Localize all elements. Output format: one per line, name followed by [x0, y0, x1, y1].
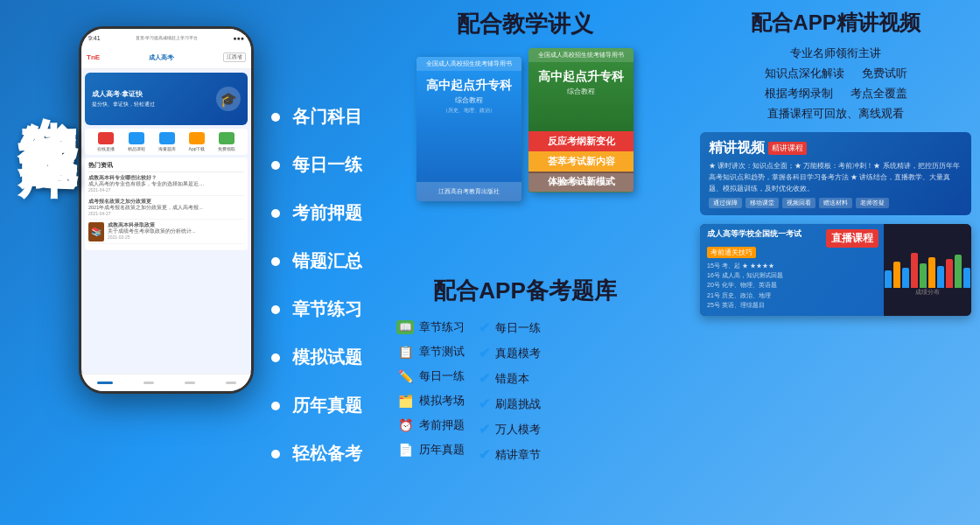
live-stat-4: 21号 历史、政治、地理: [707, 290, 877, 300]
live-card-subtitle: 考前通关技巧: [707, 247, 756, 258]
phone-news-book-icon: 📚: [88, 222, 104, 242]
right-feature-3b: 考点全覆盖: [850, 86, 907, 102]
phone-icons-row: 在线直播 精品课程 海量题库 App下载 免费领取: [85, 129, 248, 155]
app-library-section: 配合APP备考题库 📖 章节练习 📋 章节测试 ✏️ 每日一练: [389, 276, 661, 467]
app-item-3: ✏️ 每日一练: [389, 364, 472, 388]
book-left-header: 全国成人高校招生统考辅导用书: [416, 57, 522, 71]
phone-banner-sub: 提分快、拿证快，轻松通过: [92, 101, 155, 108]
live-stat-3: 20号 化学、物理、英语题: [707, 280, 877, 290]
phone-news-title: 热门资讯: [88, 161, 244, 172]
phone-icon-live: 在线直播: [97, 132, 115, 151]
phone-news-section: 热门资讯 成教高本科专业哪些比较好？ 成人高考的专业也有很多，专业的选择如果是近…: [85, 158, 248, 250]
phone-news-title-2: 成考报名政策之加分政策更: [88, 199, 244, 205]
app-label-2: 章节测试: [419, 344, 465, 360]
video-card-header: 精讲视频 精讲课程: [709, 139, 962, 158]
right-section: 配合APP精讲视频 专业名师领衔主讲 知识点深化解读 免费试听 根据考纲录制 考…: [700, 9, 971, 316]
live-stat-5: 25号 英语、理综题目: [707, 300, 877, 310]
phone-banner-title: 成人高考·拿证快: [92, 89, 155, 99]
video-card: 精讲视频 精讲课程 ★ 课时讲次：知识点全面；★ 万能模板：考前冲刺！★ 系统精…: [700, 132, 971, 215]
book-right-subtitle: 综合教程: [528, 87, 634, 96]
app-icon-6: 📄: [396, 443, 414, 457]
right-feature-row-1: 专业名师领衔主讲: [700, 46, 971, 61]
right-feature-2b: 免费试听: [862, 66, 907, 81]
right-feature-row-4: 直播课程可回放、离线观看: [700, 106, 971, 122]
phone-news-date-3: 2021-02-25: [108, 234, 196, 241]
check-mark-5: ✔: [479, 421, 490, 438]
check-item-1: ✔ 每日一练: [472, 315, 548, 340]
chart-bar-10: [963, 268, 970, 288]
feature-item-2: 每日一练: [271, 153, 362, 177]
app-icon-3: ✏️: [396, 369, 414, 383]
video-tag-1: 通过保障: [709, 198, 742, 208]
phone-mockup: 9:41 首页-学习提高成绩赶上学习平台 ●●● TnE 成人高考· 江西省 成…: [70, 26, 262, 499]
app-left-col: 📖 章节练习 📋 章节测试 ✏️ 每日一练 🗂️ 模拟考场: [389, 315, 472, 467]
feature-label-6: 模拟试题: [292, 346, 362, 369]
book-left-title: 高中起点升专科: [416, 71, 522, 95]
right-feature-4: 直播课程可回放、离线观看: [767, 106, 904, 122]
feature-dot-1: [271, 113, 280, 122]
chart-bar-3: [902, 268, 909, 288]
feature-label-5: 章节练习: [292, 298, 362, 321]
teaching-section: 配合教学讲义 全国成人高校招生统考辅导用书 高中起点升专科 综合教程 （历史、地…: [389, 9, 661, 206]
book-label-yellow: 荟萃考试新内容: [528, 151, 634, 172]
app-item-2: 📋 章节测试: [389, 340, 472, 364]
phone-nav-profile: [226, 382, 236, 384]
check-item-4: ✔ 刷题挑战: [472, 391, 548, 416]
phone-nav-title: 首页-学习提高成绩赶上学习平台: [101, 35, 234, 40]
book-right-title: 高中起点升专科: [528, 62, 634, 87]
chart-bar-2: [893, 262, 900, 288]
app-item-5: ⏰ 考前押题: [389, 413, 472, 438]
phone-banner-image: 🎓: [216, 87, 241, 111]
features-list: 各门科目 每日一练 考前押题 错题汇总 章节练习 模拟试题 历年真题 轻松备考: [271, 105, 362, 490]
feature-label-1: 各门科目: [292, 105, 362, 129]
phone-logo: TnE: [87, 53, 100, 61]
live-label: 直播课程: [826, 229, 878, 248]
video-tag-3: 视频回看: [782, 198, 816, 208]
live-stat-2: 16号 成人高，知识测试回题: [707, 270, 877, 280]
chart-bar-7: [937, 266, 944, 288]
phone-news-content-1: 成人高考的专业也有很多，专业的选择如果是近....: [88, 181, 244, 187]
book-right-header: 全国成人高校招生统考辅导用书: [528, 48, 634, 62]
phone-location: 江西省: [223, 52, 246, 62]
check-item-3: ✔ 错题本: [472, 366, 548, 391]
book-right-bottom: 江西成教材考试出版社: [528, 173, 634, 192]
phone-nav-study: [144, 382, 154, 384]
app-library-content: 📖 章节练习 📋 章节测试 ✏️ 每日一练 🗂️ 模拟考场: [389, 315, 661, 467]
check-label-4: 刷题挑战: [495, 396, 541, 412]
feature-label-2: 每日一练: [292, 153, 362, 177]
video-tag-4: 赠送材料: [819, 198, 852, 208]
phone-nav-bar: TnE 成人高考· 江西省: [81, 46, 251, 69]
feature-dot-8: [271, 450, 280, 458]
phone-news-content-3: 关于成绩考生考录取政策的分析统计...: [108, 228, 196, 234]
book-left-subtitle: 综合教程: [416, 95, 522, 105]
book-label-red: 反应考纲新变化: [528, 131, 634, 151]
app-library-title: 配合APP备考题库: [389, 276, 661, 306]
live-card-right: 成绩分布: [884, 224, 971, 316]
left-main-title: 在线智能题库: [16, 70, 81, 91]
live-chart-label: 成绩分布: [915, 288, 940, 297]
check-label-1: 每日一练: [495, 320, 541, 336]
check-label-5: 万人模考: [495, 422, 541, 438]
right-feature-row-3: 根据考纲录制 考点全覆盖: [700, 86, 971, 102]
phone-status-bar: 9:41 首页-学习提高成绩赶上学习平台 ●●●: [81, 29, 251, 46]
check-mark-2: ✔: [479, 345, 490, 361]
phone-icon-library: 海量题库: [158, 132, 176, 151]
feature-label-3: 考前押题: [292, 201, 362, 225]
phone-news-item-2: 成考报名政策之加分政策更 2021年成考报名政策之加分政策更，成人高考报... …: [88, 199, 244, 220]
live-card-stats: 15号 考、起 ★ ★★★★ 16号 成人高，知识测试回题 20号 化学、物理、…: [707, 261, 877, 310]
chart-bar-1: [885, 270, 892, 288]
feature-item-7: 历年真题: [271, 394, 362, 417]
app-item-4: 🗂️ 模拟考场: [389, 388, 472, 413]
video-card-content: ★ 课时讲次：知识点全面；★ 万能模板：考前冲刺！★ 系统精讲，把控历历年年高考…: [709, 161, 962, 194]
feature-dot-3: [271, 209, 280, 218]
feature-item-1: 各门科目: [271, 105, 362, 129]
phone-news-date-2: 2021-04-27: [88, 211, 244, 217]
book-left-bottom: 江西高自考教育出版社: [416, 182, 522, 201]
chart-bar-9: [955, 255, 962, 288]
phone-time: 9:41: [88, 35, 101, 41]
app-label-5: 考前押题: [419, 417, 465, 433]
phone-icon-free: 免费领取: [218, 132, 235, 151]
feature-dot-2: [271, 161, 280, 170]
app-icon-5: ⏰: [396, 418, 414, 432]
book-right: 全国成人高校招生统考辅导用书 高中起点升专科 综合教程 反应考纲新变化 荟萃考试…: [528, 48, 634, 192]
